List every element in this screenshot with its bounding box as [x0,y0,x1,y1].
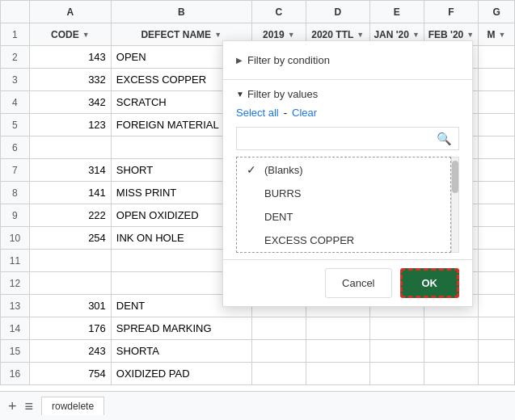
row-number[interactable]: 9 [1,204,30,227]
col-header-F[interactable]: F [424,1,478,23]
filter-icon[interactable]: ▼ [288,31,295,39]
defect-cell[interactable]: OXIDIZED PAD [111,363,251,385]
m-cell[interactable] [479,159,515,182]
col-header-C[interactable]: C [251,1,306,23]
defect-cell[interactable]: SPREAD MARKING [111,317,251,340]
filter-value-item[interactable]: BURRS [237,182,450,205]
m-cell[interactable] [479,227,515,250]
m-cell[interactable] [479,363,515,385]
jan-cell[interactable] [369,363,424,385]
y2020-cell[interactable] [306,340,369,363]
cancel-button[interactable]: Cancel [325,268,391,298]
header-cell-7[interactable]: M▼ [479,23,515,46]
header-cell-1[interactable]: CODE▼ [29,23,111,46]
select-all-link[interactable]: Select all [236,107,279,119]
table-row: 14176SPREAD MARKING [1,317,515,340]
col-header-G[interactable]: G [479,1,515,23]
scrollbar[interactable] [451,157,459,253]
col-A-label: A [67,6,74,18]
code-cell[interactable]: 141 [29,182,111,204]
sheet-tab[interactable]: rowdelete [41,397,104,415]
search-icon[interactable]: 🔍 [430,128,458,149]
row-number[interactable]: 10 [1,227,30,250]
code-cell[interactable]: 332 [29,69,111,91]
filter-icon[interactable]: ▼ [499,31,506,39]
code-cell[interactable]: 176 [29,317,111,340]
ok-button[interactable]: OK [400,268,460,298]
row-number[interactable]: 7 [1,159,30,182]
row-number[interactable]: 16 [1,363,30,385]
filter-icon[interactable]: ▼ [82,31,90,39]
row-number[interactable]: 3 [1,69,30,91]
feb-cell[interactable] [424,363,478,385]
code-cell[interactable]: 254 [29,227,111,250]
m-cell[interactable] [479,46,515,69]
filter-icon[interactable]: ▼ [214,31,222,39]
filter-value-item[interactable]: EXCESS COPPER [237,229,450,252]
code-cell[interactable]: 243 [29,340,111,363]
feb-cell[interactable] [424,340,478,363]
y2019-cell[interactable] [251,317,306,340]
m-cell[interactable] [479,114,515,136]
code-cell[interactable]: 314 [29,159,111,182]
filter-condition-section: ▶ Filter by condition [223,41,472,79]
row-number[interactable]: 5 [1,114,30,136]
code-cell[interactable]: 143 [29,46,111,69]
m-cell[interactable] [479,340,515,363]
col-header-E[interactable]: E [369,1,424,23]
table-row: 16754OXIDIZED PAD [1,363,515,385]
m-cell[interactable] [479,295,515,317]
m-cell[interactable] [479,69,515,91]
col-header-B[interactable]: B [111,1,251,23]
m-cell[interactable] [479,317,515,340]
table-row: 15243SHORTA [1,340,515,363]
row-number[interactable]: 4 [1,91,30,114]
code-cell[interactable]: 222 [29,204,111,227]
code-cell[interactable] [29,250,111,272]
jan-cell[interactable] [369,340,424,363]
code-cell[interactable]: 342 [29,91,111,114]
y2019-cell[interactable] [251,340,306,363]
add-sheet-button[interactable]: + [8,399,17,414]
code-cell[interactable]: 301 [29,295,111,317]
y2019-cell[interactable] [251,363,306,385]
code-cell[interactable] [29,272,111,295]
m-cell[interactable] [479,204,515,227]
row-number[interactable]: 8 [1,182,30,204]
value-label: DENT [264,211,293,223]
values-arrow-icon: ▼ [236,90,244,99]
m-cell[interactable] [479,182,515,204]
col-header-A[interactable]: A [29,1,111,23]
row-number[interactable]: 11 [1,250,30,272]
m-cell[interactable] [479,136,515,159]
row-number[interactable]: 12 [1,272,30,295]
code-cell[interactable]: 123 [29,114,111,136]
sheet-menu-button[interactable]: ≡ [25,399,34,414]
row-number[interactable]: 15 [1,340,30,363]
row-number[interactable]: 14 [1,317,30,340]
filter-icon[interactable]: ▼ [357,31,364,39]
col-header-D[interactable]: D [306,1,369,23]
filter-value-item[interactable]: DENT [237,205,450,229]
feb-cell[interactable] [424,317,478,340]
m-cell[interactable] [479,272,515,295]
filter-values-section: ▼ Filter by values Select all - Clear 🔍 … [223,79,472,253]
jan-cell[interactable] [369,317,424,340]
m-cell[interactable] [479,250,515,272]
filter-value-item[interactable]: ✓(Blanks) [237,158,450,182]
row-number[interactable]: 13 [1,295,30,317]
defect-cell[interactable]: SHORTA [111,340,251,363]
filter-by-condition-option[interactable]: ▶ Filter by condition [236,49,459,71]
filter-icon[interactable]: ▼ [466,31,474,39]
value-label: BURRS [264,187,302,200]
y2020-cell[interactable] [306,317,369,340]
row-number[interactable]: 2 [1,46,30,69]
y2020-cell[interactable] [306,363,369,385]
code-cell[interactable]: 754 [29,363,111,385]
search-input[interactable] [237,128,430,149]
row-number[interactable]: 6 [1,136,30,159]
filter-icon[interactable]: ▼ [412,31,420,39]
m-cell[interactable] [479,91,515,114]
clear-link[interactable]: Clear [292,107,317,119]
code-cell[interactable] [29,136,111,159]
